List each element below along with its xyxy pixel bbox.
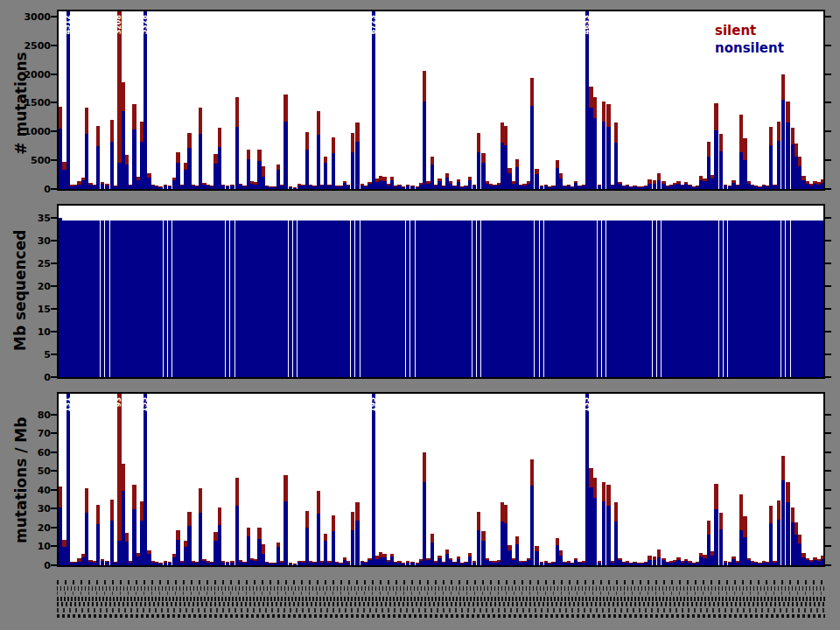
nonsilent-segment [653, 560, 656, 565]
silent-segment [777, 500, 780, 520]
nonsilent-segment [602, 122, 606, 189]
sample-label-row [57, 597, 825, 601]
nonsilent-segment [105, 562, 108, 565]
nonsilent-segment [164, 220, 167, 377]
sample-bar [821, 220, 823, 377]
silent-segment [96, 505, 100, 524]
sample-bar [332, 515, 335, 565]
sample-bar: 5328 [144, 11, 147, 189]
nonsilent-segment [781, 100, 785, 189]
nonsilent-segment [719, 529, 723, 565]
sample-bar [164, 220, 167, 377]
sample-bar [105, 184, 108, 189]
sample-bar [168, 562, 172, 565]
sample-bar [648, 220, 651, 377]
silent-segment [794, 144, 798, 157]
silent-segment [59, 107, 62, 129]
sample-bar [598, 220, 601, 377]
nonsilent-segment [714, 509, 718, 565]
nonsilent-segment [648, 560, 651, 565]
sample-bar [657, 550, 661, 565]
silent-segment [284, 94, 287, 122]
y-tick-mark-right [825, 262, 831, 264]
nonsilent-segment [540, 220, 543, 377]
nonsilent-segment [724, 186, 727, 189]
nonsilent-segment [101, 184, 104, 189]
sample-bar [230, 561, 234, 565]
y-tick-mark-right [825, 564, 831, 566]
sample-label-row [57, 602, 825, 606]
silent-segment [777, 122, 780, 142]
nonsilent-segment [657, 180, 661, 189]
nonsilent-segment [199, 134, 202, 189]
sample-bar [230, 220, 234, 377]
y-tick-mark-left [51, 262, 57, 264]
sample-bar [653, 220, 656, 377]
sample-bar [346, 561, 350, 565]
y-tick-mark-right [825, 414, 831, 416]
nonsilent-segment [602, 501, 606, 565]
silent-segment [781, 456, 785, 480]
nonsilent-segment [187, 526, 191, 565]
y-tick-label: 10 [10, 327, 51, 337]
y-tick-label: 20 [10, 523, 51, 533]
sample-bar [406, 220, 410, 377]
nonsilent-segment [289, 220, 292, 377]
nonsilent-segment [226, 563, 229, 565]
sample-bar [168, 186, 172, 189]
nonsilent-segment [96, 524, 100, 565]
y-tick-label: 2000 [10, 70, 51, 80]
nonsilent-segment [101, 561, 104, 565]
nonsilent-segment [535, 220, 538, 377]
sample-bar [317, 491, 320, 565]
nonsilent-segment [406, 186, 410, 189]
y-tick-label: 50 [10, 466, 51, 476]
nonsilent-segment [781, 220, 785, 377]
nonsilent-segment [535, 174, 538, 189]
sample-label-row [57, 614, 825, 618]
silent-segment [355, 502, 359, 521]
nonsilent-segment [423, 102, 426, 189]
sample-bar [226, 220, 229, 377]
x-axis-sample-labels [57, 580, 825, 626]
nonsilent-segment [602, 220, 606, 377]
silent-segment [132, 104, 136, 130]
nonsilent-segment [105, 220, 108, 377]
sample-bar [402, 563, 405, 565]
nonsilent-segment [110, 142, 114, 189]
y-tick-label: 500 [10, 156, 51, 165]
sample-bar [593, 220, 597, 377]
nonsilent-segment [769, 523, 773, 565]
sample-bar [221, 561, 225, 565]
y-tick-mark-left [51, 470, 57, 472]
silent-segment [351, 133, 354, 152]
y-tick-label: 0 [10, 373, 51, 382]
nonsilent-segment [410, 563, 414, 565]
sample-bar [284, 475, 287, 565]
panel-num-mutations: 45123208532867234633 silent nonsilent [57, 10, 825, 191]
sample-bar [468, 553, 472, 565]
nonsilent-segment [719, 151, 723, 189]
nonsilent-segment [158, 220, 162, 377]
nonsilent-segment [657, 220, 661, 377]
silent-segment [786, 482, 789, 502]
sample-bar: 6723 [372, 11, 375, 189]
silent-segment [96, 126, 100, 146]
nonsilent-segment [593, 220, 597, 377]
sample-bar [530, 459, 534, 565]
sample-bar [423, 452, 426, 565]
sample-bar [777, 500, 780, 565]
nonsilent-segment [187, 148, 191, 189]
nonsilent-segment [218, 525, 221, 565]
sample-bar [653, 180, 656, 190]
nonsilent-segment [289, 187, 292, 189]
nonsilent-segment [85, 134, 88, 189]
sample-bar [176, 530, 179, 565]
y-tick-mark-left [51, 508, 57, 509]
silent-segment [187, 133, 191, 148]
y-tick-mark-right [825, 240, 831, 242]
nonsilent-segment [477, 530, 480, 565]
sample-bar [657, 220, 661, 377]
sample-bar [402, 186, 405, 189]
sample-bar [653, 556, 656, 565]
